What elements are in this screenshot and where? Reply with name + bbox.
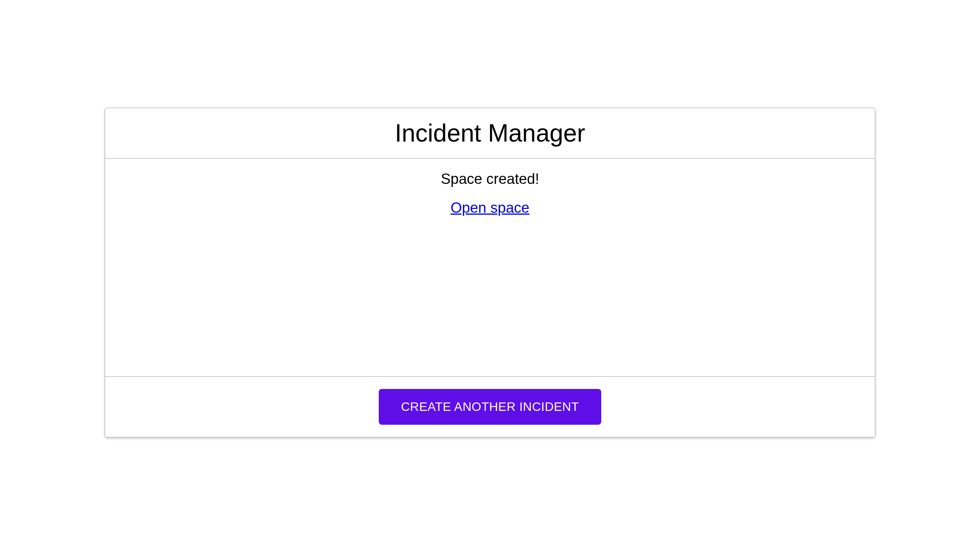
card-body: Space created! Open space — [105, 159, 875, 377]
card-header: Incident Manager — [105, 108, 875, 159]
incident-manager-card: Incident Manager Space created! Open spa… — [105, 108, 875, 437]
page-title: Incident Manager — [105, 119, 875, 147]
card-footer: CREATE ANOTHER INCIDENT — [105, 377, 875, 437]
open-space-link[interactable]: Open space — [451, 200, 530, 216]
create-another-incident-button[interactable]: CREATE ANOTHER INCIDENT — [379, 389, 602, 425]
status-message: Space created! — [105, 171, 875, 187]
